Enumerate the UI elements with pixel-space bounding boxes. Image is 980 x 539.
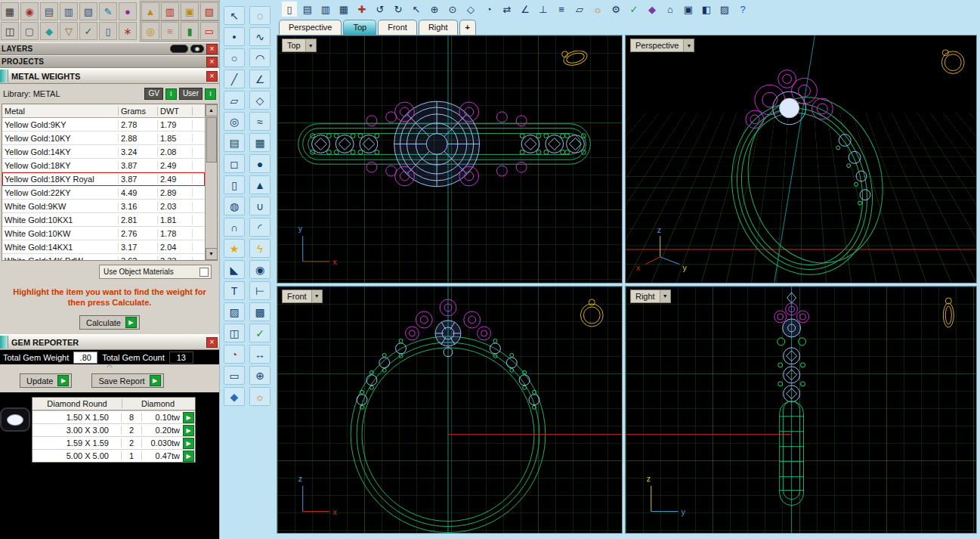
home-icon[interactable]: ⌂ [663,2,678,17]
col-grams[interactable]: Grams [119,107,158,116]
table-scrollbar[interactable]: ▲ ▼ [205,104,217,260]
viewport-label-top[interactable]: Top ▼ [282,39,317,52]
close-icon[interactable]: × [206,57,218,67]
metal-row[interactable]: White Gold:10KX12.811.81 [2,213,205,227]
close-icon[interactable]: × [206,71,218,82]
revolve-icon[interactable]: ◉ [249,260,271,279]
save-icon[interactable]: ▥ [318,2,333,17]
panel-layout-icon[interactable]: ◫ [1,22,19,40]
light-icon[interactable]: ☼ [590,2,605,17]
invoice-icon[interactable]: ▥ [161,2,179,20]
angle-icon[interactable]: ∠ [518,2,533,17]
undo-icon[interactable]: ↺ [373,2,388,17]
material-icon[interactable]: ◆ [645,2,660,17]
swap-view-icon[interactable]: ⇄ [499,2,515,17]
box-icon[interactable]: ◻ [224,154,245,173]
split-icon[interactable]: ◫ [224,324,245,342]
col-dwt[interactable]: DWT [158,107,193,116]
plane-icon[interactable]: ▭ [224,366,245,385]
zoom-extents-icon[interactable]: ⊕ [427,2,442,17]
redo-icon[interactable]: ↻ [391,2,406,17]
gem-row[interactable]: 1.50 X 1.5080.10tw▶ [32,410,195,423]
sweep-icon[interactable]: ◣ [224,260,245,279]
save-report-button[interactable]: Save Report ▶ [91,373,163,388]
pipe-icon[interactable]: ∪ [249,197,271,215]
gold-bars-icon[interactable]: ≡ [161,22,179,40]
settings-gear-icon[interactable]: ⚙ [608,2,623,17]
check-icon[interactable]: ✓ [249,324,271,342]
bead-column-icon[interactable]: ▮ [181,22,199,40]
print-icon[interactable]: ▦ [336,2,351,17]
layers-swatch[interactable] [170,45,188,53]
flash-icon[interactable]: ϟ [249,239,271,258]
monitor-icon[interactable]: ▢ [20,22,39,40]
point-icon[interactable]: • [224,27,245,46]
metal-row[interactable]: White Gold:14KX13.172.04 [2,240,205,254]
zoom-window-icon[interactable]: ⊙ [445,2,460,17]
close-icon[interactable]: × [206,44,218,54]
collapse-caret-icon[interactable]: ◠ [0,364,219,371]
line-icon[interactable]: ╱ [224,70,245,88]
cplane-icon[interactable]: ▱ [572,2,587,17]
select-icon[interactable]: ↖ [409,2,424,17]
open-icon[interactable]: ▤ [300,2,315,17]
pan-icon[interactable]: ◇ [463,2,478,17]
hatch-icon[interactable]: ▨ [224,302,245,321]
scroll-thumb[interactable] [206,117,217,163]
cylinder-icon[interactable]: ▯ [224,175,245,194]
mesh-icon[interactable]: ▦ [249,133,271,152]
scroll-up-icon[interactable]: ▲ [206,104,218,116]
paste-icon[interactable]: ✚ [354,2,369,17]
circle-icon[interactable]: ○ [224,48,245,67]
cone-icon[interactable]: ▲ [249,175,271,194]
gv-indicator[interactable]: I [165,88,177,100]
annotate-icon[interactable]: ✎ [99,2,117,20]
rotate-view-icon[interactable]: ◔ [481,2,496,17]
viewport-perspective[interactable]: z y x Perspective ▼ [625,35,977,283]
gold-scale-icon[interactable]: ▲ [141,2,159,20]
funnel-icon[interactable]: ▽ [60,22,78,40]
arc-icon[interactable]: ◠ [249,48,271,67]
gv-button[interactable]: GV [144,88,162,100]
viewport-right[interactable]: z y Right ▼ [625,286,977,534]
star-icon[interactable]: ★ [224,239,245,258]
gem-tool-icon[interactable]: ◆ [224,387,245,406]
rings-icon[interactable]: ◎ [141,22,159,40]
go-arrow-icon[interactable]: ▶ [183,451,194,462]
add-tab-button[interactable]: + [459,20,476,35]
fillet-icon[interactable]: ◜ [249,218,271,237]
metal-row[interactable]: White Gold:14K PdW3.622.33 [2,254,205,261]
panel-grip[interactable] [0,336,8,348]
go-arrow-icon[interactable]: ▶ [183,425,194,436]
panel-grip[interactable] [0,70,8,82]
gem-row[interactable]: 1.59 X 1.5920.030tw▶ [32,436,195,449]
array-icon[interactable]: ▩ [249,302,271,321]
curve-icon[interactable]: ∿ [249,27,271,46]
check-v-icon[interactable]: ✓ [79,22,97,40]
import-icon[interactable]: ▥ [60,2,78,20]
layers-icon[interactable]: ≡ [554,2,569,17]
coins-icon[interactable]: ▣ [181,2,199,20]
gem-row[interactable]: 5.00 X 5.0010.47tw▶ [32,449,195,462]
user-indicator[interactable]: I [205,88,216,100]
viewport-top[interactable]: y x Top ▼ [277,35,623,283]
new-file-icon[interactable]: ▯ [282,2,297,17]
osnap-icon[interactable]: ⊕ [249,366,271,385]
render-sun-icon[interactable]: ☼ [249,387,271,406]
render-ball-icon[interactable]: ● [119,2,137,20]
surface-icon[interactable]: ▤ [224,133,245,152]
visibility-eye-icon[interactable]: ◉ [190,45,204,53]
scroll-down-icon[interactable]: ▼ [206,248,218,260]
print-icon[interactable]: ▤ [40,2,58,20]
move-icon[interactable]: ↔ [249,345,271,364]
zoom-icon[interactable]: ◉ [20,2,39,20]
use-object-materials-checkbox[interactable]: Use Object Materials [99,265,212,279]
beads-icon[interactable]: ∗ [119,22,137,40]
split-view-icon[interactable]: ◧ [699,2,714,17]
boolean-icon[interactable]: ∩ [224,218,245,237]
shade-icon[interactable]: ▨ [717,2,732,17]
close-icon[interactable]: × [206,337,218,348]
metal-row[interactable]: Yellow Gold:14KY3.242.08 [2,145,205,159]
lasso-icon[interactable]: ◌ [249,6,271,25]
checkbox[interactable] [199,268,209,277]
